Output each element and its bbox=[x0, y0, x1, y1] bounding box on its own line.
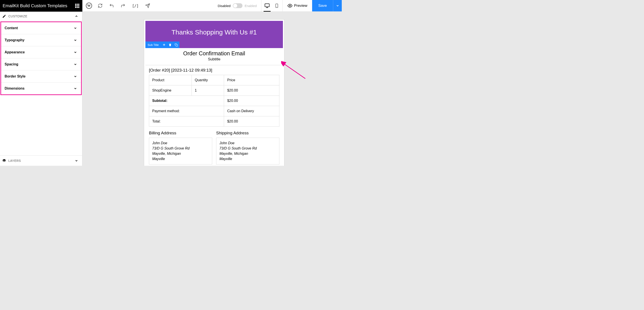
save-button[interactable]: Save bbox=[312, 0, 333, 11]
desktop-device-icon[interactable] bbox=[264, 3, 270, 8]
summary-row: Subtotal: $20.00 bbox=[149, 96, 280, 106]
panels-highlight-box: Content Typography Appearance Spacing Bo… bbox=[0, 21, 82, 95]
address-row: Billing Address John Doe 73/D G South Gr… bbox=[146, 127, 283, 164]
summary-value: Cash on Delivery bbox=[224, 106, 280, 116]
customize-section-header[interactable]: CUSTOMIZE bbox=[0, 12, 82, 21]
element-toolbar-label: Sub Title bbox=[146, 43, 161, 46]
summary-value: $20.00 bbox=[224, 96, 280, 106]
summary-label: Payment method: bbox=[149, 106, 224, 116]
billing-address-col: Billing Address John Doe 73/D G South Gr… bbox=[149, 131, 212, 164]
shortcode-icon[interactable]: [/] bbox=[132, 3, 138, 8]
panel-content[interactable]: Content bbox=[1, 22, 81, 34]
panel-spacing[interactable]: Spacing bbox=[1, 58, 81, 70]
eye-icon bbox=[288, 3, 292, 8]
chevron-down-icon bbox=[74, 62, 77, 66]
enable-toggle[interactable] bbox=[233, 3, 242, 8]
preview-label: Preview bbox=[294, 3, 307, 8]
panel-dimensions[interactable]: Dimensions bbox=[1, 82, 81, 94]
chevron-down-icon bbox=[75, 159, 78, 162]
col-price: Price bbox=[224, 75, 280, 85]
redo-icon[interactable] bbox=[120, 3, 126, 8]
email-preview-frame: Thanks Shopping With Us #1 Sub Title Ord… bbox=[144, 19, 284, 166]
chevron-down-icon bbox=[74, 75, 77, 78]
layers-section-header[interactable]: LAYERS bbox=[0, 155, 82, 166]
toolbar-right: Disabled Enabled Preview Save bbox=[218, 0, 342, 11]
chevron-down-icon bbox=[74, 50, 77, 54]
panel-label: Border Style bbox=[4, 74, 26, 78]
panel-label: Content bbox=[4, 26, 18, 30]
cell-product: ShopEngine bbox=[149, 85, 192, 96]
svg-rect-10 bbox=[176, 44, 178, 46]
save-label: Save bbox=[318, 3, 327, 8]
enable-toggle-group: Disabled Enabled bbox=[218, 3, 256, 8]
panel-border-style[interactable]: Border Style bbox=[1, 70, 81, 82]
col-quantity: Quantity bbox=[192, 75, 224, 85]
address-line: John Doe bbox=[152, 140, 209, 146]
address-line: Mayville bbox=[220, 156, 276, 162]
chevron-up-icon bbox=[75, 14, 78, 18]
summary-row: Total: $20.00 bbox=[149, 116, 280, 127]
pencil-icon bbox=[2, 14, 6, 18]
apps-grid-icon[interactable] bbox=[75, 4, 79, 8]
app-title: EmailKit Build Custom Templates bbox=[3, 3, 67, 8]
email-header-text: Thanks Shopping With Us #1 bbox=[150, 28, 278, 36]
email-header-block[interactable]: Thanks Shopping With Us #1 Sub Title bbox=[146, 21, 283, 48]
chevron-down-icon bbox=[74, 87, 77, 90]
summary-row: Payment method: Cash on Delivery bbox=[149, 106, 280, 116]
address-line: Mayville, Michigan bbox=[220, 151, 276, 156]
email-subtitle[interactable]: Subtitle bbox=[146, 57, 283, 61]
svg-rect-2 bbox=[265, 4, 269, 7]
panel-label: Typography bbox=[4, 38, 24, 42]
wordpress-icon[interactable]: W bbox=[86, 3, 92, 9]
shipping-address-box: John Doe 73/D G South Grove Rd Mayville,… bbox=[216, 138, 280, 164]
refresh-icon[interactable] bbox=[98, 3, 102, 8]
cell-quantity: 1 bbox=[192, 85, 224, 96]
chevron-down-icon bbox=[336, 4, 339, 7]
billing-title: Billing Address bbox=[149, 131, 212, 135]
undo-icon[interactable] bbox=[109, 3, 114, 8]
email-title[interactable]: Order Confirmation Email bbox=[146, 50, 283, 57]
preview-button[interactable]: Preview bbox=[283, 0, 312, 11]
delete-icon[interactable] bbox=[167, 42, 173, 48]
order-meta: [Order #20] [2023-11-12 09:49:13] bbox=[146, 65, 283, 75]
editor-canvas: Thanks Shopping With Us #1 Sub Title Ord… bbox=[82, 12, 342, 166]
shipping-title: Shipping Address bbox=[216, 131, 280, 135]
svg-rect-5 bbox=[276, 4, 278, 8]
toggle-disabled-label: Disabled bbox=[218, 4, 230, 8]
element-toolbar: Sub Title bbox=[146, 41, 180, 48]
layers-label: LAYERS bbox=[8, 159, 75, 162]
table-row: ShopEngine 1 $20.00 bbox=[149, 85, 280, 96]
save-dropdown-button[interactable] bbox=[333, 0, 342, 11]
annotation-arrow bbox=[281, 61, 308, 81]
panel-appearance[interactable]: Appearance bbox=[1, 46, 81, 58]
toggle-enabled-label: Enabled bbox=[245, 4, 257, 8]
address-line: 73/D G South Grove Rd bbox=[220, 146, 276, 151]
shipping-address-col: Shipping Address John Doe 73/D G South G… bbox=[216, 131, 280, 164]
billing-address-box: John Doe 73/D G South Grove Rd Mayville,… bbox=[149, 138, 212, 164]
order-table: Product Quantity Price ShopEngine 1 $20.… bbox=[149, 75, 280, 127]
device-switcher bbox=[261, 0, 283, 11]
address-line: Mayville bbox=[152, 156, 209, 162]
svg-line-12 bbox=[284, 64, 305, 79]
send-icon[interactable] bbox=[145, 3, 150, 8]
col-product: Product bbox=[149, 75, 192, 85]
address-line: Mayville, Michigan bbox=[152, 151, 209, 156]
chevron-down-icon bbox=[74, 38, 77, 42]
panel-label: Spacing bbox=[4, 62, 18, 66]
cell-price: $20.00 bbox=[224, 85, 280, 96]
svg-point-7 bbox=[289, 5, 290, 6]
address-line: 73/D G South Grove Rd bbox=[152, 146, 209, 151]
duplicate-icon[interactable] bbox=[173, 42, 180, 48]
summary-value: $20.00 bbox=[224, 116, 280, 127]
layers-icon bbox=[2, 159, 6, 163]
summary-label: Subtotal: bbox=[149, 96, 224, 106]
app-header: EmailKit Build Custom Templates bbox=[0, 0, 82, 12]
chevron-down-icon bbox=[74, 26, 77, 30]
add-icon[interactable] bbox=[161, 42, 167, 48]
mobile-device-icon[interactable] bbox=[274, 3, 280, 8]
panel-label: Appearance bbox=[4, 50, 25, 54]
sidebar: CUSTOMIZE Content Typography Appearance … bbox=[0, 12, 82, 166]
address-line: John Doe bbox=[220, 140, 276, 146]
panel-typography[interactable]: Typography bbox=[1, 34, 81, 46]
summary-label: Total: bbox=[149, 116, 224, 127]
